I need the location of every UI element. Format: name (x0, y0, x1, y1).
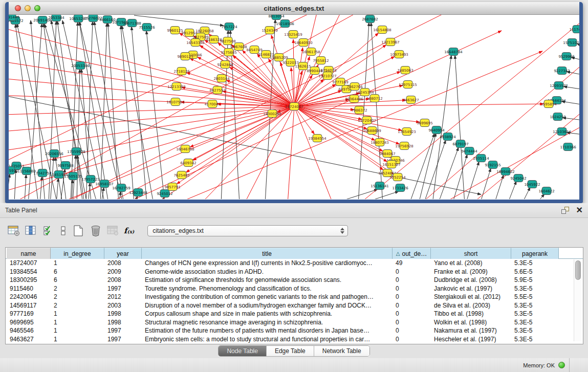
table-cell: Tibbo et al. (1998) (431, 310, 511, 318)
graph-node[interactable]: 7625402 (173, 171, 189, 179)
window-title: citations_edges.txt (9, 5, 579, 12)
graph-node[interactable]: 15751074 (563, 39, 579, 47)
graph-node[interactable]: 17654923 (398, 128, 416, 136)
graph-node[interactable]: 8938924 (440, 133, 456, 141)
graph-node[interactable]: 1604622 (538, 187, 554, 195)
graph-node[interactable]: 12923448 (129, 189, 147, 196)
column-chooser-icon[interactable] (25, 224, 38, 237)
table-row[interactable]: 977716911998Corpus callosum shape and si… (6, 310, 583, 318)
graph-node[interactable]: 12093572 (550, 82, 568, 90)
graph-node[interactable]: 12975115 (399, 81, 417, 89)
graph-node[interactable]: 1710366 (560, 143, 576, 151)
graph-node[interactable]: 16107554 (166, 98, 185, 106)
vertical-scrollbar[interactable] (574, 259, 581, 341)
table-row[interactable]: 911546021997Tourette syndrome. Phenomeno… (6, 285, 583, 293)
minimize-window-button[interactable] (25, 5, 31, 11)
tab-network-table[interactable]: Network Table (314, 346, 369, 356)
table-row[interactable]: 946362711997Embryonic stem cells: a mode… (6, 335, 583, 344)
graph-node[interactable]: 16782759 (112, 184, 130, 192)
graph-node[interactable]: 9960125 (167, 27, 183, 34)
graph-node[interactable]: 19210727 (318, 72, 337, 80)
graph-node[interactable]: 2718126 (173, 68, 190, 75)
graph-node[interactable]: 7957224 (221, 23, 237, 31)
graph-node[interactable]: 9175685 (221, 49, 236, 56)
column-header-title[interactable]: title (142, 248, 393, 259)
graph-node[interactable]: 16154808 (373, 26, 391, 34)
window-titlebar[interactable]: citations_edges.txt (9, 2, 579, 15)
graph-node[interactable]: 9463627 (403, 96, 419, 104)
graph-node[interactable]: 19218506 (276, 20, 294, 28)
table-body: 1872400712008Changes of HCN gene express… (6, 259, 583, 343)
graph-node[interactable]: 20206556 (45, 150, 63, 158)
column-header-short[interactable]: short (431, 248, 511, 259)
graph-node[interactable]: 16994622 (496, 168, 515, 176)
graph-node[interactable]: 9474444 (461, 147, 477, 155)
graph-node[interactable]: 12213967 (381, 38, 400, 46)
graph-node[interactable]: 9192155 (485, 161, 500, 169)
table-row[interactable]: 2242004622012Investigating the contribut… (6, 293, 583, 301)
graph-node[interactable]: 1117407 (569, 26, 579, 33)
column-header-year[interactable]: year (104, 248, 142, 259)
graph-node[interactable]: 7955812 (313, 57, 329, 64)
table-row[interactable]: 946554611997Estimation of the future num… (6, 326, 583, 335)
zoom-window-button[interactable] (34, 5, 40, 11)
function-builder-icon[interactable]: f(x) (124, 226, 134, 235)
float-panel-icon[interactable] (561, 207, 569, 214)
graph-node[interactable]: 9529966 (558, 53, 575, 60)
graph-node[interactable]: 7986372 (351, 106, 367, 114)
graph-node[interactable]: 17342757 (33, 169, 52, 177)
svg-text:8938924: 8938924 (440, 135, 456, 139)
graph-node[interactable]: 9097588 (57, 162, 73, 169)
tab-node-table[interactable]: Node Table (219, 346, 267, 356)
table-row[interactable]: 1830029562008Estimation of significance … (6, 276, 583, 285)
close-panel-icon[interactable]: ✕ (576, 207, 583, 214)
graph-node[interactable]: 1524349 (262, 27, 277, 34)
graph-node[interactable]: 10973493 (390, 51, 408, 58)
graph-node[interactable]: 15720407 (358, 117, 376, 124)
graph-node[interactable]: 9245042 (510, 174, 526, 182)
table-cell: 2 (51, 285, 104, 293)
row-height-icon[interactable] (59, 224, 68, 237)
graph-node[interactable]: 15136141 (371, 182, 389, 190)
graph-node[interactable]: 1733426 (392, 184, 408, 192)
svg-text:15885209: 15885209 (270, 56, 288, 60)
graph-node[interactable]: 9227343 (554, 67, 570, 75)
column-header-pagerank[interactable]: pagerank (511, 248, 559, 259)
column-header-name[interactable]: name (7, 248, 51, 259)
table-row[interactable]: 1938455462009Genome-wide association stu… (6, 268, 583, 276)
graph-node[interactable]: 2967608 (231, 43, 247, 51)
delete-column-icon[interactable] (89, 224, 102, 237)
new-column-icon[interactable] (72, 224, 85, 237)
table-row[interactable]: 1872400712008Changes of HCN gene express… (6, 259, 583, 268)
graph-node[interactable]: 7485063 (397, 67, 413, 74)
graph-node[interactable]: 8813054 (268, 15, 285, 20)
graph-node[interactable]: 6879197 (452, 140, 468, 148)
column-header-out_de[interactable]: △out_de… (393, 248, 431, 259)
graph-node[interactable]: 4170041 (204, 100, 220, 108)
graph-node[interactable]: 13325419 (284, 31, 302, 38)
select-columns-icon[interactable] (42, 224, 55, 237)
graph-node[interactable]: 7515526 (139, 24, 155, 31)
graph-node[interactable]: 16961758 (302, 48, 320, 56)
table-select-dropdown[interactable]: citations_edges.txt (147, 225, 348, 236)
column-header-in_degree[interactable]: in_degree (51, 248, 104, 259)
table-options-icon[interactable] (7, 224, 20, 237)
close-window-button[interactable] (15, 5, 21, 11)
graph-node[interactable]: 9699695 (417, 119, 432, 127)
graph-node[interactable]: 1045922 (524, 181, 540, 188)
tab-edge-table[interactable]: Edge Table (267, 346, 314, 356)
table-row[interactable]: 969969511998Structural magnetic resonanc… (6, 318, 583, 327)
table-row[interactable]: 1456911722003Disruption of a novel membe… (6, 301, 583, 310)
network-canvas[interactable]: 9405572206914062053384106532871527602284… (9, 15, 579, 199)
memory-ok-icon[interactable] (558, 362, 565, 368)
graph-node[interactable]: 2687682 (362, 15, 378, 23)
graph-node[interactable]: 2935114 (473, 155, 489, 162)
graph-node[interactable]: 18640910 (294, 39, 313, 47)
graph-node[interactable]: 9827508 (220, 37, 235, 45)
scrollbar-thumb[interactable] (575, 260, 581, 280)
graph-node[interactable]: 16648784 (444, 48, 463, 56)
svg-text:9857791: 9857791 (164, 185, 180, 189)
graph-node[interactable]: 1024250 (550, 113, 565, 121)
graph-node[interactable]: 19384554 (308, 135, 326, 142)
graph-node[interactable]: 19756928 (395, 142, 413, 150)
